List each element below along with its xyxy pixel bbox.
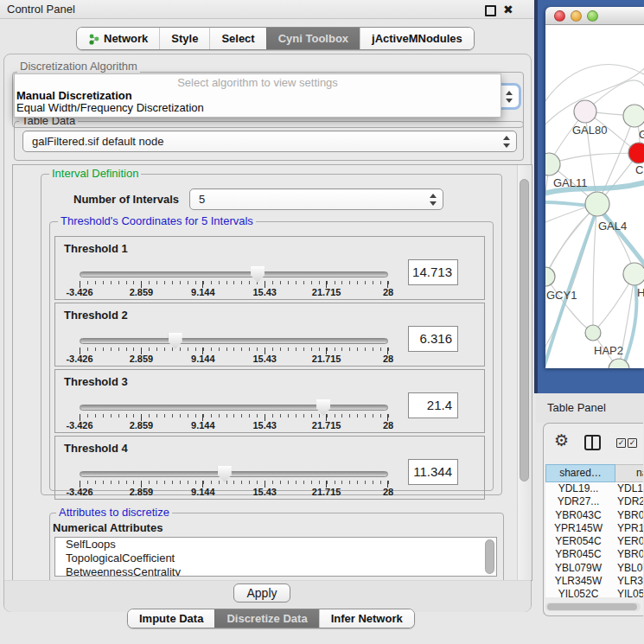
- threshold-label: Threshold 1: [64, 242, 128, 255]
- float-window-icon[interactable]: [485, 5, 496, 16]
- table-row[interactable]: YIL052CYIL05: [545, 588, 643, 597]
- table-row[interactable]: YBR043CYBR04: [545, 509, 643, 522]
- slider-tick-label: 15.43: [252, 487, 277, 497]
- slider-tick-label: 21.715: [312, 287, 341, 297]
- node-label: GAL11: [553, 176, 588, 189]
- minimize-traffic-light-icon[interactable]: [571, 10, 582, 22]
- combo-arrows-icon: [503, 136, 510, 148]
- slider-tick-label: 9.144: [191, 354, 215, 364]
- slider-tick-label: 28: [383, 354, 393, 364]
- shared-name-cell: YDL19...: [545, 482, 611, 495]
- close-traffic-light-icon[interactable]: [554, 10, 565, 22]
- table-panel-title: Table Panel: [547, 401, 606, 414]
- network-node[interactable]: [585, 325, 601, 341]
- checkbox-icon[interactable]: ✓: [616, 438, 626, 448]
- table-row[interactable]: YLR345WYLR34: [545, 575, 643, 588]
- attribute-list-item[interactable]: BetweennessCentrality: [55, 565, 496, 577]
- shared-name-cell: YPR145W: [545, 522, 611, 535]
- tab-label: Discretize Data: [226, 612, 307, 625]
- slider-ticks: [80, 281, 389, 288]
- table-row[interactable]: YBL079WYBL07: [545, 562, 643, 575]
- tab-label: Infer Network: [331, 612, 403, 625]
- list-scrollbar-thumb[interactable]: [485, 539, 494, 574]
- threshold-slider-track[interactable]: [80, 338, 388, 344]
- settings-scrollbar[interactable]: [517, 165, 532, 580]
- settings-scroll-area: Interval Definition Number of Intervals …: [12, 164, 532, 581]
- column-header-shared-name[interactable]: shared…: [545, 464, 615, 482]
- checkbox-icon[interactable]: ✓: [628, 438, 637, 448]
- number-of-intervals-combobox[interactable]: 5: [189, 188, 443, 210]
- threshold-row-4: Threshold 4-3.4262.8599.14415.4321.71528…: [54, 436, 485, 500]
- gear-icon[interactable]: ⚙: [554, 430, 569, 450]
- network-node[interactable]: [623, 105, 644, 127]
- threshold-slider-track[interactable]: [80, 471, 388, 477]
- shared-name-cell: YBL079W: [545, 562, 611, 575]
- threshold-value-field[interactable]: 6.316: [408, 326, 458, 352]
- network-node[interactable]: [585, 192, 609, 216]
- tab-jactivemnodules[interactable]: jActiveMNodules: [360, 28, 474, 49]
- apply-button[interactable]: Apply: [233, 583, 290, 603]
- table-row[interactable]: YER054CYER05: [545, 535, 643, 548]
- network-node[interactable]: [574, 100, 596, 123]
- slider-tick-label: 28: [383, 287, 393, 297]
- slider-ticks: [80, 348, 389, 354]
- dropdown-prompt: Select algorithm to view settings: [15, 76, 501, 89]
- slider-tick-label: -3.426: [66, 287, 92, 297]
- node-label: GAL80: [572, 124, 607, 137]
- tab-select[interactable]: Select: [209, 28, 265, 49]
- combo-arrows-icon: [430, 194, 437, 206]
- network-node[interactable]: [545, 267, 555, 286]
- table-hscrollbar-thumb[interactable]: [547, 603, 637, 610]
- threshold-label: Threshold 3: [64, 375, 128, 388]
- threshold-slider-track[interactable]: [80, 271, 388, 277]
- slider-tick-label: 2.859: [130, 487, 154, 497]
- bottom-tab-infer-network[interactable]: Infer Network: [319, 609, 414, 628]
- control-panel-titlebar: Control Panel: [0, 0, 536, 19]
- threshold-row-2: Threshold 2-3.4262.8599.14415.4321.71528…: [54, 303, 485, 367]
- name-cell: YIL05: [611, 588, 643, 597]
- dropdown-option-equal-width[interactable]: Equal Width/Frequency Discretization: [16, 101, 204, 114]
- table-row[interactable]: YPR145WYPR14: [545, 522, 643, 535]
- tab-label: Cyni Toolbox: [278, 32, 348, 45]
- slider-tick-label: 9.144: [191, 287, 215, 297]
- name-cell: YBR04: [611, 548, 643, 561]
- network-canvas[interactable]: GAL80GALCGAL11GAL4GCY1HHAP2: [545, 25, 644, 368]
- tab-style[interactable]: Style: [159, 28, 209, 49]
- tab-network[interactable]: Network: [77, 28, 159, 49]
- attribute-list-item[interactable]: TopologicalCoefficient: [55, 552, 496, 565]
- table-header-row: shared… name: [545, 464, 643, 482]
- threshold-slider-track[interactable]: [80, 405, 388, 411]
- shared-name-cell: YDR27...: [545, 495, 611, 508]
- table-row[interactable]: YBR045CYBR04: [545, 548, 643, 561]
- node-label: GAL4: [598, 220, 627, 233]
- slider-tick-label: 15.43: [252, 287, 277, 297]
- tab-cyni-toolbox[interactable]: Cyni Toolbox: [266, 28, 360, 49]
- shared-name-cell: YER054C: [545, 535, 611, 548]
- attribute-list-item[interactable]: SelfLoops: [55, 538, 496, 552]
- dropdown-option-manual-discretization[interactable]: Manual Discretization: [16, 89, 132, 102]
- table-row[interactable]: YDR27...YDR27: [545, 495, 643, 508]
- close-icon[interactable]: ✖: [503, 2, 513, 17]
- table-columns-icon[interactable]: [584, 435, 601, 450]
- settings-scrollbar-thumb[interactable]: [520, 179, 529, 481]
- network-node[interactable]: [628, 143, 644, 163]
- slider-ticks: [80, 481, 389, 488]
- network-node[interactable]: [545, 153, 560, 175]
- numerical-attributes-list[interactable]: SelfLoopsTopologicalCoefficientBetweenne…: [54, 537, 497, 577]
- table-data-combobox[interactable]: galFiltered.sif default node: [22, 131, 517, 152]
- network-node[interactable]: [623, 263, 644, 285]
- slider-tick-label: 28: [383, 487, 393, 497]
- slider-tick-label: 9.144: [191, 420, 215, 430]
- zoom-traffic-light-icon[interactable]: [587, 10, 598, 22]
- combo-arrows-icon: [506, 91, 513, 103]
- bottom-tab-discretize-data[interactable]: Discretize Data: [214, 609, 318, 628]
- tab-label: Select: [221, 32, 254, 45]
- threshold-value-field[interactable]: 11.344: [408, 459, 458, 485]
- table-row[interactable]: YDL19...YDL19: [545, 482, 643, 495]
- column-header-name[interactable]: name: [615, 464, 643, 482]
- threshold-value-field[interactable]: 14.713: [408, 259, 458, 285]
- threshold-value-field[interactable]: 21.4: [408, 392, 458, 418]
- bottom-tab-impute-data[interactable]: Impute Data: [128, 609, 214, 628]
- slider-ticks: [80, 414, 389, 421]
- table-hscrollbar[interactable]: [545, 603, 641, 611]
